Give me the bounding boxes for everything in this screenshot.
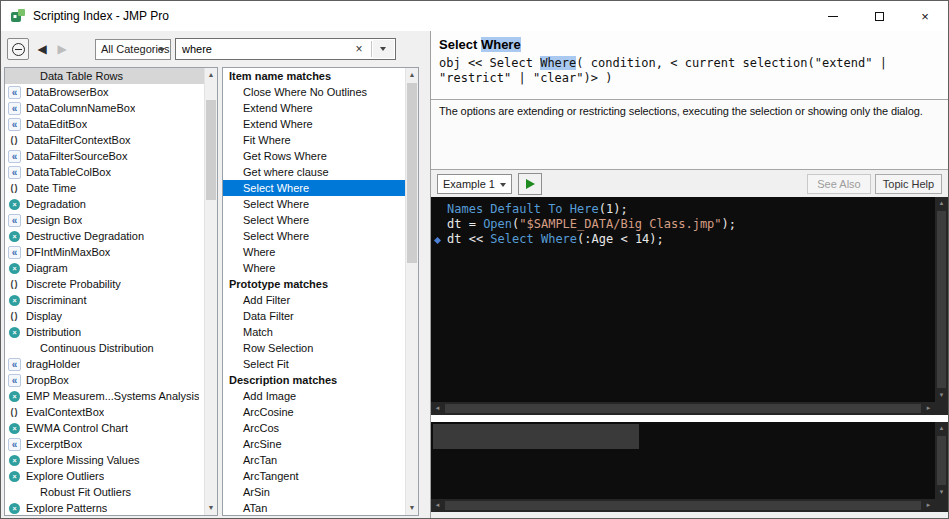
scroll-down-icon[interactable]: ▼ xyxy=(935,389,948,402)
category-item[interactable]: «DataTableColBox xyxy=(5,164,204,180)
category-item[interactable]: «ExcerptBox xyxy=(5,436,204,452)
results-item[interactable]: Where xyxy=(223,260,405,276)
category-item[interactable]: «Design Box xyxy=(5,212,204,228)
results-item[interactable]: Extend Where xyxy=(223,100,405,116)
category-item[interactable]: «DataEditBox xyxy=(5,116,204,132)
topic-help-button[interactable]: Topic Help xyxy=(875,174,942,194)
category-list[interactable]: Data Table Rows«DataBrowserBox«DataColum… xyxy=(5,68,204,515)
results-item[interactable]: ATan xyxy=(223,500,405,515)
category-item[interactable]: Robust Fit Outliers xyxy=(5,484,204,500)
scroll-up-icon[interactable]: ▲ xyxy=(935,422,948,435)
message-icon: « xyxy=(8,358,21,371)
scroll-right-icon[interactable]: ► xyxy=(922,402,935,415)
category-item[interactable]: ×Explore Outliers xyxy=(5,468,204,484)
category-item[interactable]: ()Date Time xyxy=(5,180,204,196)
results-item[interactable]: Select Where xyxy=(223,196,405,212)
platform-icon: × xyxy=(9,327,20,338)
category-scrollbar[interactable]: ▲ ▼ xyxy=(204,68,217,515)
category-item[interactable]: ×Discriminant xyxy=(5,292,204,308)
pane-splitter[interactable] xyxy=(431,415,948,422)
category-item[interactable]: ×EMP Measurem...Systems Analysis xyxy=(5,388,204,404)
category-item[interactable]: ()Discrete Probability xyxy=(5,276,204,292)
category-item[interactable]: ×Destructive Degradation xyxy=(5,228,204,244)
scrollbar-thumb[interactable] xyxy=(206,100,216,200)
results-item[interactable]: Select Where xyxy=(223,180,405,196)
category-item[interactable]: «DataColumnNameBox xyxy=(5,100,204,116)
category-item[interactable]: ()Display xyxy=(5,308,204,324)
code-editor[interactable]: Names Default To Here(1);dt = Open("$SAM… xyxy=(431,197,935,402)
category-item[interactable]: ()EvalContextBox xyxy=(5,404,204,420)
category-dropdown[interactable]: All Categories xyxy=(95,39,171,60)
scrollbar-thumb[interactable] xyxy=(407,83,417,263)
category-item[interactable]: ×Explore Missing Values xyxy=(5,452,204,468)
results-item[interactable]: Match xyxy=(223,324,405,340)
category-item[interactable]: «DFIntMinMaxBox xyxy=(5,244,204,260)
results-item[interactable]: ArcSine xyxy=(223,436,405,452)
scroll-down-icon[interactable]: ▼ xyxy=(406,501,418,515)
results-list[interactable]: Item name matchesClose Where No Outlines… xyxy=(223,68,405,515)
results-item[interactable]: Select Fit xyxy=(223,356,405,372)
scroll-right-icon[interactable]: ► xyxy=(922,499,935,512)
maximize-button[interactable] xyxy=(856,1,902,31)
output-horizontal-scrollbar[interactable]: ◄ ► xyxy=(431,499,935,512)
results-item[interactable]: Row Selection xyxy=(223,340,405,356)
category-item[interactable]: ()DataFilterContextBox xyxy=(5,132,204,148)
category-item[interactable]: «DataFilterSourceBox xyxy=(5,148,204,164)
results-item[interactable]: Add Filter xyxy=(223,292,405,308)
search-history-dropdown-icon[interactable] xyxy=(373,40,394,58)
scroll-up-icon[interactable]: ▲ xyxy=(406,68,418,82)
results-item[interactable]: Close Where No Outlines xyxy=(223,84,405,100)
results-item[interactable]: Select Where xyxy=(223,212,405,228)
results-item[interactable]: Add Image xyxy=(223,388,405,404)
search-box[interactable]: where × xyxy=(175,38,396,60)
scroll-left-icon[interactable]: ◄ xyxy=(431,402,444,415)
output-vertical-scrollbar[interactable]: ▲ ▼ xyxy=(935,422,948,499)
results-item[interactable]: Where xyxy=(223,244,405,260)
category-item[interactable]: Continuous Distribution xyxy=(5,340,204,356)
category-item[interactable]: ×Distribution xyxy=(5,324,204,340)
category-item[interactable]: «dragHolder xyxy=(5,356,204,372)
category-item[interactable]: ×Degradation xyxy=(5,196,204,212)
scrollbar-thumb[interactable] xyxy=(445,404,921,413)
results-item[interactable]: Extend Where xyxy=(223,116,405,132)
results-item[interactable]: ArcCos xyxy=(223,420,405,436)
category-item[interactable]: Data Table Rows xyxy=(5,68,204,84)
scroll-down-icon[interactable]: ▼ xyxy=(935,486,948,499)
category-item[interactable]: «DataBrowserBox xyxy=(5,84,204,100)
results-item[interactable]: ArcCosine xyxy=(223,404,405,420)
results-item[interactable]: Get Rows Where xyxy=(223,148,405,164)
results-item[interactable]: Data Filter xyxy=(223,308,405,324)
category-item[interactable]: ×Diagram xyxy=(5,260,204,276)
results-scrollbar[interactable]: ▲ ▼ xyxy=(405,68,418,515)
results-group-header: Item name matches xyxy=(223,68,405,84)
scroll-up-icon[interactable]: ▲ xyxy=(935,197,948,210)
scroll-up-icon[interactable]: ▲ xyxy=(205,68,217,82)
category-item[interactable]: ×Explore Patterns xyxy=(5,500,204,515)
see-also-button: See Also xyxy=(807,174,871,194)
scroll-left-icon[interactable]: ◄ xyxy=(431,499,444,512)
code-horizontal-scrollbar[interactable]: ◄ ► xyxy=(431,402,935,415)
results-item[interactable]: ArcTangent xyxy=(223,468,405,484)
titlebar[interactable]: Scripting Index - JMP Pro × xyxy=(1,1,948,31)
scrollbar-thumb[interactable] xyxy=(937,436,946,485)
results-item[interactable]: Get where clause xyxy=(223,164,405,180)
results-item[interactable]: ArSin xyxy=(223,484,405,500)
collapse-panel-button[interactable] xyxy=(7,38,29,60)
scrollbar-thumb[interactable] xyxy=(445,501,921,510)
category-item[interactable]: «DropBox xyxy=(5,372,204,388)
results-item[interactable]: Select Where xyxy=(223,228,405,244)
search-input[interactable]: where xyxy=(182,39,212,59)
back-button[interactable]: ◀ xyxy=(33,40,51,58)
run-script-button[interactable] xyxy=(518,173,542,195)
results-item[interactable]: ArcTan xyxy=(223,452,405,468)
minimize-button[interactable] xyxy=(810,1,856,31)
scroll-down-icon[interactable]: ▼ xyxy=(205,501,217,515)
scrollbar-thumb[interactable] xyxy=(937,211,946,388)
example-dropdown[interactable]: Example 1 xyxy=(437,174,512,194)
category-item[interactable]: ×EWMA Control Chart xyxy=(5,420,204,436)
output-pane[interactable]: ▲ ▼ ◄ ► xyxy=(431,422,948,512)
close-button[interactable]: × xyxy=(902,1,948,31)
results-item[interactable]: Fit Where xyxy=(223,132,405,148)
code-vertical-scrollbar[interactable]: ▲ ▼ xyxy=(935,197,948,402)
clear-search-icon[interactable]: × xyxy=(351,39,367,59)
